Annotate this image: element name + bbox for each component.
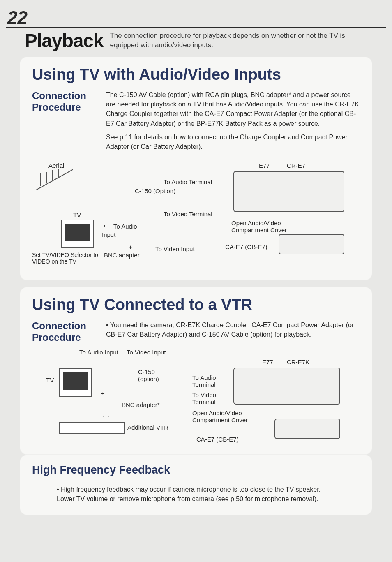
label-ca-e7: CA-E7 (CB-E7) — [225, 243, 267, 250]
label-aerial: Aerial — [48, 162, 64, 169]
page-header: Playback The connection procedure for pl… — [25, 30, 367, 52]
label-to-video-input-2: To Video Input — [127, 349, 166, 356]
adapter-icon — [279, 234, 344, 254]
label-tv: TV — [73, 211, 81, 218]
label-e77-2: E77 — [262, 358, 273, 365]
section3-title: High Frequency Feedback — [32, 464, 360, 476]
label-bnc-2: BNC adapter* — [122, 401, 160, 408]
adapter-icon-2 — [274, 419, 340, 439]
label-to-audio-input: To Audio Input — [102, 220, 143, 238]
section2-bullet: You need the camera, CR-E7K Charge Coupl… — [106, 320, 360, 339]
label-to-audio-terminal: To Audio Terminal — [164, 178, 212, 185]
arrows-down-icon — [102, 410, 111, 419]
label-set-selector: Set TV/VIDEO Selector to VIDEO on the TV — [32, 252, 104, 265]
label-to-video-input: To Video Input — [155, 245, 195, 252]
section1-para1: The C-150 AV Cable (option) with RCA pin… — [106, 90, 360, 128]
svg-line-0 — [36, 169, 73, 190]
label-to-audio-input-2: To Audio Input — [79, 349, 118, 356]
section-high-frequency-feedback: High Frequency Feedback High frequency f… — [0, 455, 392, 525]
page-subtitle: The connection procedure for playback de… — [110, 31, 352, 50]
camera-icon-2 — [233, 368, 340, 405]
label-additional-vtr: Additional VTR — [127, 424, 168, 431]
label-bnc-adapter: BNC adapter — [104, 252, 140, 259]
label-c150-2: C-150 (option) — [138, 368, 167, 382]
section-using-tv-vtr: Using TV Connected to a VTR Connection P… — [0, 287, 392, 465]
label-plus-2: + — [101, 390, 105, 397]
label-cr-e7k: CR-E7K — [287, 358, 309, 365]
horizontal-rule — [6, 27, 386, 28]
tv-icon-2 — [59, 368, 92, 397]
aerial-icon — [36, 169, 73, 190]
vtr-icon — [59, 422, 125, 434]
section1-body: The C-150 AV Cable (option) with RCA pin… — [106, 90, 360, 155]
label-open-cover-2: Open Audio/Video Compartment Cover — [192, 409, 258, 423]
label-c150-option: C-150 (Option) — [135, 187, 175, 194]
section3-body: High frequency feedback may occur if cam… — [32, 485, 360, 504]
label-plus: + — [129, 243, 132, 250]
label-to-video-terminal: To Video Terminal — [164, 210, 212, 217]
label-tv-2: TV — [46, 377, 54, 384]
label-to-audio-terminal-2: To Audio Terminal — [192, 374, 225, 388]
section1-side-heading: Connection Procedure — [32, 90, 98, 155]
label-e77: E77 — [259, 162, 270, 169]
section1-para2: See p.11 for details on how to connect u… — [106, 132, 360, 151]
section-using-tv-av-inputs: Using TV with Audio/Video Inputs Connect… — [0, 57, 392, 299]
section2-body: You need the camera, CR-E7K Charge Coupl… — [106, 320, 360, 343]
label-open-cover: Open Audio/Video Compartment Cover — [231, 220, 297, 234]
tv-icon — [61, 220, 94, 248]
section3-bullet: High frequency feedback may occur if cam… — [57, 485, 335, 504]
section1-title: Using TV with Audio/Video Inputs — [32, 66, 360, 83]
page-number: 22 — [7, 7, 28, 28]
section2-side-heading: Connection Procedure — [32, 320, 98, 343]
label-ca-e7-2: CA-E7 (CB-E7) — [196, 436, 239, 443]
camera-icon — [233, 171, 344, 212]
diagram-tv-vtr: To Audio Input To Video Input TV C-150 (… — [32, 349, 360, 443]
label-to-video-terminal-2: To Video Terminal — [192, 391, 225, 405]
section2-title: Using TV Connected to a VTR — [32, 296, 360, 314]
diagram-tv-av: Aerial TV To Audio Terminal C-150 (Optio… — [32, 162, 360, 269]
page-title: Playback — [25, 30, 103, 52]
label-cr-e7: CR-E7 — [287, 162, 305, 169]
